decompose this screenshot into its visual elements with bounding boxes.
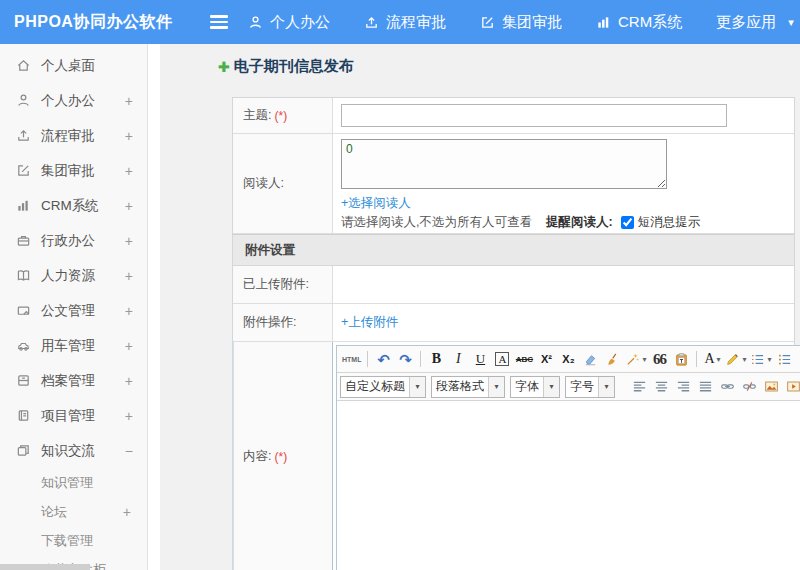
attachment-ops-label: 附件操作:: [243, 314, 296, 331]
nav-more-apps[interactable]: 更多应用: [716, 13, 776, 32]
editor-content-area[interactable]: [337, 401, 800, 570]
font-color-button[interactable]: A▾: [701, 348, 723, 370]
html-source-button[interactable]: HTML: [340, 348, 363, 370]
sms-remind-label: 短消息提示: [638, 214, 701, 231]
sidebar-item-admin-office[interactable]: 行政办公 +: [0, 223, 147, 258]
ops-value-cell: +上传附件: [333, 304, 794, 341]
chevron-down-icon: ▾: [767, 355, 771, 364]
sidebar-item-label: 知识交流: [41, 442, 125, 460]
upload-attachment-link[interactable]: +上传附件: [341, 314, 398, 331]
uploaded-label-cell: 已上传附件:: [233, 266, 333, 303]
page-title-text: 电子期刊信息发布: [234, 57, 354, 76]
expand-toggle[interactable]: +: [125, 233, 133, 249]
align-right-button[interactable]: [672, 376, 694, 398]
italic-icon: I: [456, 351, 461, 367]
subject-value-cell: [333, 98, 794, 133]
user-icon: [248, 15, 263, 30]
undo-icon: ↶: [377, 352, 390, 367]
nav-workflow-approval[interactable]: 流程审批: [364, 13, 446, 32]
collapse-toggle[interactable]: −: [125, 443, 133, 459]
sms-remind-checkbox[interactable]: [621, 216, 634, 229]
readers-label: 阅读人:: [243, 175, 284, 192]
sidebar-subitem-knowledge-mgmt[interactable]: 知识管理: [0, 468, 147, 497]
hamburger-menu-button[interactable]: [204, 0, 234, 44]
expand-toggle[interactable]: +: [125, 408, 133, 424]
insert-media-button[interactable]: [782, 376, 800, 398]
chevron-down-icon: ▾: [717, 355, 721, 364]
sidebar-item-label: 集团审批: [41, 162, 125, 180]
sidebar-item-hr[interactable]: 人力资源 +: [0, 258, 147, 293]
sidebar-item-desktop[interactable]: 个人桌面: [0, 48, 147, 83]
chevron-down-icon: ▾: [742, 355, 746, 364]
quick-format-button[interactable]: ▾: [623, 348, 648, 370]
expand-toggle[interactable]: +: [125, 128, 133, 144]
expand-toggle[interactable]: +: [123, 504, 131, 520]
app-title: PHPOA协同办公软件: [14, 0, 172, 44]
font-size-select[interactable]: 字号 ▾: [565, 376, 615, 398]
sidebar-subitem-download[interactable]: 下载管理: [0, 526, 147, 555]
expand-toggle[interactable]: +: [125, 163, 133, 179]
strikethrough-button[interactable]: ABC: [513, 348, 535, 370]
font-border-button[interactable]: A: [491, 348, 513, 370]
redo-icon: ↷: [399, 352, 412, 367]
insert-image-button[interactable]: [760, 376, 782, 398]
readers-tip-text: 请选择阅读人,不选为所有人可查看: [341, 214, 532, 231]
paste-plain-button[interactable]: [670, 348, 692, 370]
heading-select[interactable]: 自定义标题 ▾: [340, 376, 426, 398]
nav-group-approval[interactable]: 集团审批: [480, 13, 562, 32]
expand-toggle[interactable]: +: [125, 198, 133, 214]
insert-link-button[interactable]: [716, 376, 738, 398]
expand-toggle[interactable]: +: [125, 338, 133, 354]
readers-textarea[interactable]: 0: [341, 139, 667, 189]
bullet-list-icon: [777, 352, 792, 367]
chevron-down-icon[interactable]: ▾: [788, 16, 794, 29]
remove-format-button[interactable]: [579, 348, 601, 370]
readers-value-cell: 0 +选择阅读人 请选择阅读人,不选为所有人可查看 提醒阅读人: 短消息提示: [333, 134, 794, 233]
sidebar-item-label: 公文管理: [41, 302, 125, 320]
align-justify-button[interactable]: [694, 376, 716, 398]
font-family-select[interactable]: 字体 ▾: [510, 376, 560, 398]
toolbar-separator: [696, 351, 697, 367]
undo-button[interactable]: ↶: [372, 348, 394, 370]
scrollbar-thumb[interactable]: [0, 564, 90, 570]
edit-icon: [480, 15, 495, 30]
format-brush-button[interactable]: [601, 348, 623, 370]
subject-input[interactable]: [341, 104, 727, 127]
paragraph-format-select[interactable]: 段落格式 ▾: [431, 376, 505, 398]
select-readers-link[interactable]: +选择阅读人: [341, 195, 786, 212]
redo-button[interactable]: ↷: [394, 348, 416, 370]
sidebar-item-project[interactable]: 项目管理 +: [0, 398, 147, 433]
subscript-button[interactable]: X₂: [557, 348, 579, 370]
nav-personal-office[interactable]: 个人办公: [248, 13, 330, 32]
bold-button[interactable]: B: [425, 348, 447, 370]
sidebar-item-vehicle[interactable]: 用车管理 +: [0, 328, 147, 363]
sidebar-item-document[interactable]: 公文管理 +: [0, 293, 147, 328]
align-center-button[interactable]: [650, 376, 672, 398]
unlink-button[interactable]: [738, 376, 760, 398]
align-left-button[interactable]: [628, 376, 650, 398]
ordered-list-button[interactable]: ▾: [748, 348, 773, 370]
sidebar-item-workflow-approval[interactable]: 流程审批 +: [0, 118, 147, 153]
highlight-color-button[interactable]: ▾: [723, 348, 748, 370]
underline-button[interactable]: U: [469, 348, 491, 370]
superscript-button[interactable]: X²: [535, 348, 557, 370]
unordered-list-button[interactable]: [774, 348, 796, 370]
sidebar-item-personal-office[interactable]: 个人办公 +: [0, 83, 147, 118]
quote-icon: 66: [653, 355, 666, 364]
content-label: 内容:: [243, 448, 271, 465]
user-icon: [15, 92, 32, 109]
expand-toggle[interactable]: +: [125, 303, 133, 319]
expand-toggle[interactable]: +: [125, 268, 133, 284]
italic-button[interactable]: I: [447, 348, 469, 370]
sidebar-item-crm[interactable]: CRM系统 +: [0, 188, 147, 223]
sidebar-item-group-approval[interactable]: 集团审批 +: [0, 153, 147, 188]
sidebar-subitem-forum[interactable]: 论坛 +: [0, 497, 147, 526]
blockquote-button[interactable]: 66: [648, 348, 670, 370]
nav-crm-system[interactable]: CRM系统: [596, 13, 682, 32]
expand-toggle[interactable]: +: [125, 93, 133, 109]
media-icon: [786, 379, 800, 394]
sidebar-item-archive[interactable]: 档案管理 +: [0, 363, 147, 398]
sidebar-item-knowledge[interactable]: 知识交流 −: [0, 433, 147, 468]
page-title: ✚ 电子期刊信息发布: [218, 57, 354, 76]
expand-toggle[interactable]: +: [125, 373, 133, 389]
